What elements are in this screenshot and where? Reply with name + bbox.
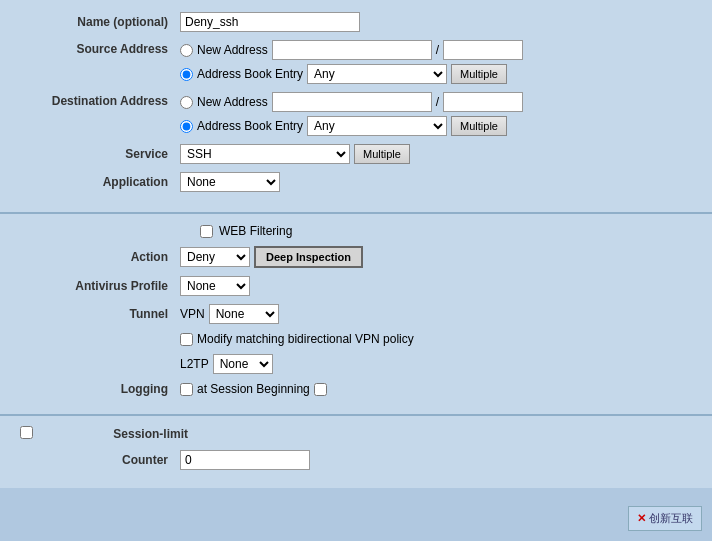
source-multiple-btn[interactable]: Multiple [451, 64, 507, 84]
application-content: None [180, 172, 280, 192]
source-new-address-row: New Address / [180, 40, 523, 60]
web-filtering-label: WEB Filtering [219, 224, 292, 238]
dest-book-row: Address Book Entry Any Multiple [180, 116, 523, 136]
modify-vpn-checkbox[interactable] [180, 333, 193, 346]
source-new-input1[interactable] [272, 40, 432, 60]
action-row: Action Deny Deep Inspection [20, 246, 692, 268]
basic-section: Name (optional) Source Address New Addre… [0, 0, 712, 214]
session-limit-checkbox[interactable] [20, 426, 33, 439]
dest-address-row: Destination Address New Address / Addres… [20, 92, 692, 136]
source-book-row: Address Book Entry Any Multiple [180, 64, 523, 84]
source-new-label: New Address [197, 43, 268, 57]
counter-input[interactable] [180, 450, 310, 470]
antivirus-content: None [180, 276, 250, 296]
antivirus-select[interactable]: None [180, 276, 250, 296]
logging-row: Logging at Session Beginning [20, 382, 692, 396]
application-select[interactable]: None [180, 172, 280, 192]
tunnel-content: VPN None [180, 304, 279, 324]
main-container: Name (optional) Source Address New Addre… [0, 0, 712, 488]
source-address-label: Source Address [20, 40, 180, 56]
counter-content [180, 450, 310, 470]
l2tp-row: L2TP None [20, 354, 692, 374]
name-row: Name (optional) [20, 12, 692, 32]
logging-checkbox1[interactable] [180, 383, 193, 396]
dest-new-radio[interactable] [180, 96, 193, 109]
dest-multiple-btn[interactable]: Multiple [451, 116, 507, 136]
action-content: Deny Deep Inspection [180, 246, 363, 268]
application-label: Application [20, 175, 180, 189]
dest-book-label: Address Book Entry [197, 119, 303, 133]
service-multiple-btn[interactable]: Multiple [354, 144, 410, 164]
source-address-row: Source Address New Address / Address Boo… [20, 40, 692, 84]
vpn-label: VPN [180, 307, 205, 321]
source-book-label: Address Book Entry [197, 67, 303, 81]
service-label: Service [20, 147, 180, 161]
name-label: Name (optional) [20, 15, 180, 29]
source-new-input2[interactable] [443, 40, 523, 60]
tunnel-row: Tunnel VPN None [20, 304, 692, 324]
at-session-label: at Session Beginning [197, 382, 310, 396]
counter-label: Counter [20, 453, 180, 467]
modify-vpn-content: Modify matching bidirectional VPN policy [180, 332, 414, 346]
antivirus-label: Antivirus Profile [20, 279, 180, 293]
source-book-radio[interactable] [180, 68, 193, 81]
dest-book-radio[interactable] [180, 120, 193, 133]
session-limit-row: Session-limit [20, 426, 692, 442]
web-filtering-checkbox[interactable] [200, 225, 213, 238]
l2tp-label: L2TP [180, 357, 209, 371]
source-new-radio[interactable] [180, 44, 193, 57]
dest-address-options: New Address / Address Book Entry Any Mul… [180, 92, 523, 136]
deep-inspection-btn[interactable]: Deep Inspection [254, 246, 363, 268]
action-select[interactable]: Deny [180, 247, 250, 267]
session-limit-checkbox-col [20, 426, 40, 442]
extra-section: Session-limit Counter [0, 416, 712, 488]
antivirus-row: Antivirus Profile None [20, 276, 692, 296]
vpn-select[interactable]: None [209, 304, 279, 324]
dest-new-input1[interactable] [272, 92, 432, 112]
name-input[interactable] [180, 12, 360, 32]
policy-section: WEB Filtering Action Deny Deep Inspectio… [0, 214, 712, 416]
modify-vpn-row: Modify matching bidirectional VPN policy [20, 332, 692, 346]
dest-new-label: New Address [197, 95, 268, 109]
dest-new-input2[interactable] [443, 92, 523, 112]
service-content: SSH Multiple [180, 144, 410, 164]
dest-slash: / [436, 95, 439, 109]
watermark-text: 创新互联 [649, 512, 693, 524]
modify-vpn-label: Modify matching bidirectional VPN policy [197, 332, 414, 346]
session-limit-label: Session-limit [40, 427, 200, 441]
tunnel-label: Tunnel [20, 307, 180, 321]
dest-book-select[interactable]: Any [307, 116, 447, 136]
action-label: Action [20, 250, 180, 264]
logging-content: at Session Beginning [180, 382, 327, 396]
web-filtering-row: WEB Filtering [200, 224, 692, 238]
counter-row: Counter [20, 450, 692, 470]
watermark: ✕ 创新互联 [628, 506, 702, 531]
logging-checkbox2[interactable] [314, 383, 327, 396]
name-content [180, 12, 360, 32]
service-select[interactable]: SSH [180, 144, 350, 164]
source-slash: / [436, 43, 439, 57]
l2tp-content: L2TP None [180, 354, 273, 374]
watermark-icon: ✕ [637, 512, 646, 524]
dest-address-label: Destination Address [20, 92, 180, 108]
application-row: Application None [20, 172, 692, 192]
source-address-options: New Address / Address Book Entry Any Mul… [180, 40, 523, 84]
service-row: Service SSH Multiple [20, 144, 692, 164]
source-book-select[interactable]: Any [307, 64, 447, 84]
dest-new-address-row: New Address / [180, 92, 523, 112]
logging-label: Logging [20, 382, 180, 396]
l2tp-select[interactable]: None [213, 354, 273, 374]
